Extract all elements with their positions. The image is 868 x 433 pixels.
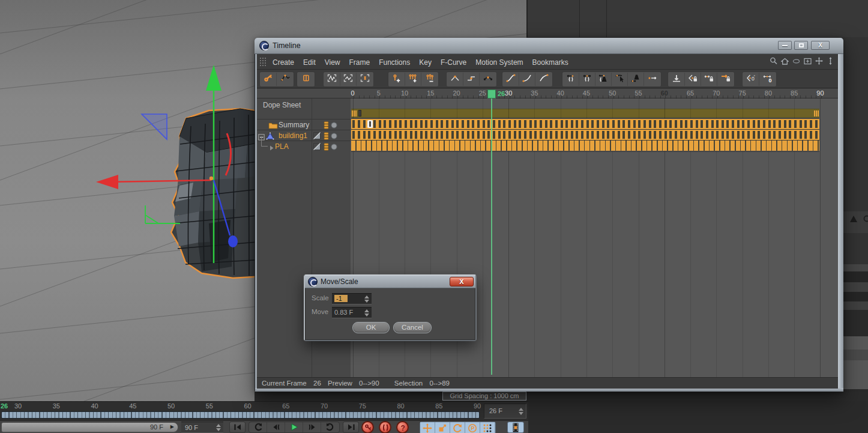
menu-item-view[interactable]: View (325, 58, 340, 67)
show-curves-button[interactable] (324, 73, 340, 86)
tri-expander-icon[interactable] (268, 143, 275, 154)
current-frame-field[interactable]: 26 F (484, 404, 526, 419)
range-end-field[interactable]: 90 F (181, 422, 223, 433)
menu-item-edit[interactable]: Edit (303, 58, 316, 67)
previous-key-button[interactable] (249, 422, 267, 432)
relax-before-button[interactable] (563, 73, 579, 86)
main-timeline-keys[interactable] (1, 411, 480, 419)
move-viewport-icon[interactable] (815, 56, 823, 67)
up-arrow-icon[interactable] (848, 214, 859, 225)
menu-item-bookmarks[interactable]: Bookmarks (532, 58, 568, 67)
gizmo-center[interactable] (209, 177, 213, 180)
keystack-toggle[interactable] (322, 132, 331, 140)
track-row-building1[interactable]: building1 (257, 130, 351, 140)
dopesheet-mode-button[interactable] (261, 73, 277, 86)
lock-value-button[interactable] (717, 73, 734, 86)
ease-in-button[interactable] (519, 73, 535, 86)
playhead-marker[interactable] (487, 89, 496, 98)
record-position-button[interactable] (420, 422, 435, 433)
track-label[interactable]: building1 (279, 132, 307, 140)
track-row-pla[interactable]: PLA (257, 141, 351, 151)
track-row-summary[interactable]: Summary (257, 119, 351, 129)
play-button[interactable] (285, 422, 303, 432)
fcurve-mode-button[interactable] (277, 73, 293, 86)
move-field[interactable]: 0.83 F (332, 307, 372, 318)
spinner-arrows-icon[interactable] (364, 309, 369, 316)
selected-keyframe[interactable] (367, 120, 373, 128)
clamp-button[interactable] (669, 73, 685, 86)
spinner-arrows-icon[interactable] (215, 424, 221, 431)
scale-field[interactable]: -1 (332, 293, 372, 304)
ellipse-icon[interactable] (792, 56, 800, 67)
minimize-button[interactable] (778, 41, 792, 50)
menu-item-create[interactable]: Create (273, 58, 294, 67)
add-track-keys-button[interactable] (405, 73, 421, 86)
menu-item-key[interactable]: Key (419, 58, 432, 67)
menu-item-f-curve[interactable]: F-Curve (441, 58, 466, 67)
timeline-frame-ruler[interactable]: 051015202530354045505560657075808590 (257, 89, 838, 98)
record-parameter-button[interactable]: P (465, 422, 480, 433)
previous-frame-button[interactable] (267, 422, 285, 432)
record-rotation-button[interactable] (450, 422, 465, 433)
cancel-button[interactable]: Cancel (393, 322, 432, 333)
layer-toggle[interactable] (313, 142, 321, 151)
close-button[interactable]: X (811, 41, 830, 50)
ok-button[interactable]: OK (352, 322, 390, 333)
layer-toggle[interactable] (313, 132, 321, 140)
zoom-viewport-icon[interactable] (827, 56, 834, 67)
ease-auto-button[interactable] (503, 73, 519, 86)
render-preview-button[interactable] (507, 422, 524, 433)
menu-item-functions[interactable]: Functions (379, 58, 410, 67)
maximize-button[interactable] (794, 41, 808, 50)
show-curves2-button[interactable] (340, 73, 357, 86)
timeline-titlebar[interactable]: Timeline X (255, 38, 843, 54)
main-timeline-ruler[interactable]: 26 26 F 30354045505560657075808590 (0, 401, 528, 420)
tangent-spline-button[interactable] (480, 73, 496, 86)
dot-toggle[interactable] (330, 121, 339, 129)
menu-item-frame[interactable]: Frame (349, 58, 370, 67)
lock-tangent-button[interactable] (685, 73, 701, 86)
preview-range-slider[interactable]: 90 F ▶ (1, 422, 178, 432)
record-pla-button[interactable] (480, 422, 495, 433)
dot-toggle[interactable] (330, 132, 339, 140)
relax-after-button[interactable] (579, 73, 595, 86)
spinner-arrows-icon[interactable] (364, 295, 369, 303)
tangent-step-button[interactable] (463, 73, 480, 86)
zero-length-button[interactable]: 0 (759, 73, 776, 86)
go-to-end-button[interactable] (343, 422, 359, 433)
keystack-toggle[interactable] (322, 142, 331, 151)
pla-keys-lane[interactable] (351, 141, 819, 151)
frame-all-icon[interactable] (804, 56, 812, 67)
record-keyframe-button[interactable] (361, 421, 374, 433)
summary-overview-band[interactable] (351, 109, 819, 118)
magnifier-icon[interactable] (770, 56, 777, 67)
menu-item-motion-system[interactable]: Motion System (475, 58, 523, 67)
keystack-toggle[interactable] (322, 121, 331, 129)
menubar-grip[interactable] (259, 57, 267, 67)
add-key-button[interactable] (389, 73, 405, 86)
go-to-start-button[interactable] (229, 422, 246, 433)
next-key-button[interactable] (321, 422, 339, 432)
band-key-marker[interactable] (358, 110, 361, 117)
summary-keys-lane[interactable] (351, 119, 819, 129)
playhead-line[interactable] (491, 98, 492, 375)
ease-out-button[interactable] (535, 73, 552, 86)
dialog-close-button[interactable]: X (450, 277, 474, 286)
lock-time-button[interactable] (701, 73, 717, 86)
zero-angle-button[interactable]: 0° (743, 73, 759, 86)
dialog-titlebar[interactable]: Move/Scale X (305, 276, 475, 288)
slide-keys-button[interactable] (644, 73, 660, 86)
home-icon[interactable] (781, 56, 789, 67)
building1-keys-lane[interactable] (351, 130, 819, 140)
slider-handle-icon[interactable]: ▶ (170, 424, 174, 429)
magnifier-icon[interactable] (863, 214, 868, 225)
weight-cursor-button[interactable] (612, 73, 628, 86)
weight-before-button[interactable] (595, 73, 612, 86)
next-frame-button[interactable] (303, 422, 321, 432)
track-label[interactable]: Summary (279, 121, 309, 129)
remove-track-keys-button[interactable] (421, 73, 438, 86)
dot-toggle[interactable] (330, 142, 339, 151)
autokey-button[interactable] (379, 421, 391, 433)
tangent-linear-button[interactable] (447, 73, 463, 86)
show-clips-button[interactable] (357, 73, 373, 86)
